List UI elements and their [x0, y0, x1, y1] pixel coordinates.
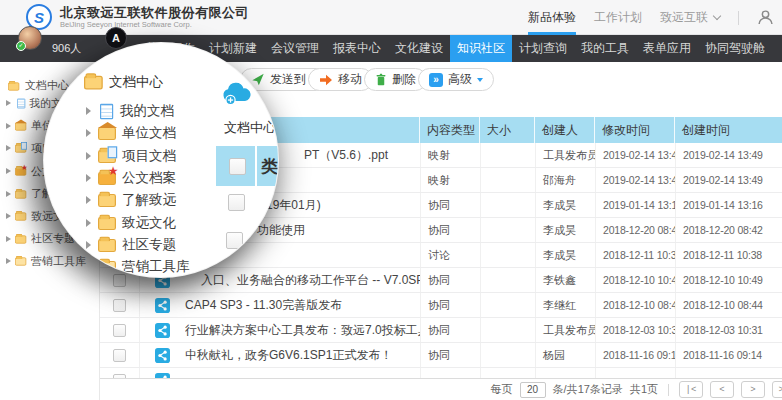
row-checkbox[interactable] [113, 299, 126, 312]
select-all-checkbox-magnified [229, 158, 246, 175]
created-time-cell: 2018-12-10 10:49 [675, 268, 782, 292]
table-row[interactable]: 行业解决方案中心工具发布：致远7.0投标工具 协同 工具发布员... 2018-… [100, 318, 782, 343]
advanced-button[interactable]: » 高级 [418, 68, 494, 91]
document-name[interactable]: CAP4 SP3 - 11.30完善版发布 [185, 298, 342, 312]
expand-arrow-icon[interactable] [6, 123, 11, 129]
creator-cell: 李成昊 [535, 218, 595, 242]
expand-arrow-icon[interactable] [6, 191, 11, 197]
expand-arrow-icon[interactable] [6, 145, 11, 151]
expand-arrow-icon[interactable] [6, 236, 11, 242]
nav-item[interactable]: 会议管理 [264, 35, 326, 62]
toplink-work-plan[interactable]: 工作计划 [594, 0, 642, 35]
tree-item-icon [98, 127, 116, 140]
first-page-button[interactable]: |< [679, 381, 703, 398]
document-name[interactable]: 功能使用 [257, 223, 305, 237]
user-count: 906人 [52, 35, 81, 62]
column-header-creator: 创建人 [535, 117, 595, 143]
created-time-cell: 2018-12-10 08:44 [675, 293, 782, 317]
avatar[interactable]: ✓ [18, 26, 42, 50]
document-name[interactable]: 中秋献礼，政务G6V6.1SP1正式发布！ [185, 348, 392, 362]
content-type-cell: 讨论 [420, 243, 480, 267]
created-time-cell: 2018-12-11 10:38 [675, 243, 782, 267]
expand-arrow-icon [86, 196, 91, 204]
tree-root-document-center[interactable]: 文档中心 [8, 78, 69, 93]
table-row[interactable]: 入口、业务融合的移动工作平台 -- V7.0SP3正式发布 协同 李铁鑫 201… [100, 268, 782, 293]
modified-time-cell: 2018-12-10 08:44 [595, 293, 675, 317]
move-label: 移动 [338, 71, 362, 88]
row-icon-cell [140, 343, 185, 367]
table-row[interactable]: 中秋献礼，政务G6V6.1SP1正式发布！ 协同 杨园 2018-11-16 0… [100, 343, 782, 368]
toplink-seeyon[interactable]: 致远互联 [660, 0, 720, 35]
modified-time-cell: 2019-02-14 13:49 [595, 143, 675, 167]
creator-cell: 杨园 [535, 343, 595, 367]
nav-item[interactable]: 报表中心 [326, 35, 388, 62]
pagination-bar: 每页 条/共17条记录 共1页 |< < > >| [100, 378, 782, 400]
size-cell [480, 343, 535, 367]
document-name-cell: CAP4 SP3 - 11.30完善版发布 [185, 297, 420, 314]
modified-time-cell [595, 368, 675, 378]
nav-item[interactable]: 知识社区 [450, 35, 512, 62]
row-icon-cell [140, 318, 185, 342]
nav-item[interactable]: 表单应用 [636, 35, 698, 62]
created-time-cell: 2019-01-14 13:16 [675, 193, 782, 217]
content-type-cell: 协同 [420, 318, 480, 342]
expand-arrow-icon[interactable] [6, 100, 11, 106]
expand-arrow-icon[interactable] [6, 168, 11, 174]
toplink-new-experience[interactable]: 新品体验 [528, 0, 576, 35]
content-type-cell [420, 368, 480, 378]
expand-arrow-icon[interactable] [6, 213, 11, 219]
creator-cell: 李成昊 [535, 193, 595, 217]
tree-item-icon [98, 172, 116, 185]
tree-item[interactable]: 营销工具库 [6, 250, 86, 273]
nav-item[interactable]: 文化建设 [388, 35, 450, 62]
tree-item-icon [98, 217, 116, 230]
company-name-en: BeiJing Seeyon Internet Software Corp. [60, 20, 249, 29]
tree-item-icon [15, 190, 26, 198]
table-row[interactable] [100, 368, 782, 378]
row-checkbox[interactable] [113, 349, 126, 362]
content-type-cell: 映射 [420, 168, 480, 192]
modified-time-cell: 2019-02-14 13:49 [595, 168, 675, 192]
pages-count-label: 共1页 [630, 382, 658, 397]
tree-item-label: 营销工具库 [31, 254, 86, 269]
nav-item[interactable]: 我的工具 [574, 35, 636, 62]
row-icon-cell [140, 368, 185, 378]
last-page-button[interactable]: >| [772, 381, 782, 398]
prev-page-button[interactable]: < [710, 381, 734, 398]
expand-arrow-icon [86, 174, 91, 182]
created-time-cell: 2018-12-20 08:42 [675, 218, 782, 242]
row-checkbox-cell [100, 343, 140, 367]
table-row[interactable]: CAP4 SP3 - 11.30完善版发布 协同 李继红 2018-12-10 … [100, 293, 782, 318]
tree-item-icon [100, 103, 113, 119]
expand-arrow-icon[interactable] [6, 258, 11, 264]
tree-item-icon [15, 235, 26, 243]
nav-items: 协同工作 计划新建 会议管理 报表中心 文化建设 知识社区 计划查询 我的工具 … [140, 35, 772, 62]
page-size-input[interactable] [520, 382, 546, 398]
document-name[interactable]: 19年01月) [266, 198, 321, 212]
tree-item-icon [15, 258, 26, 266]
nav-item[interactable]: 协同驾驶舱 [698, 35, 772, 62]
document-name[interactable]: 行业解决方案中心工具发布：致远7.0投标工具 [185, 323, 420, 337]
created-time-cell: 2019-02-14 13:49 [675, 168, 782, 192]
column-header-created: 创建时间 [675, 117, 782, 143]
document-name[interactable]: 入口、业务融合的移动工作平台 -- V7.0SP3正式发布 [201, 273, 420, 287]
tree-item-icon [17, 98, 25, 108]
creator-cell [535, 368, 595, 378]
document-name[interactable]: PT（V5.6）.ppt [304, 148, 388, 162]
row-checkbox[interactable] [113, 274, 126, 287]
created-time-cell: 2018-12-03 10:31 [675, 318, 782, 342]
content-type-cell: 映射 [420, 143, 480, 167]
user-profile-icon[interactable] [757, 9, 774, 26]
content-type-cell: 协同 [420, 218, 480, 242]
magnified-tree-item-label: 社区专题 [122, 236, 176, 254]
move-arrow-icon [319, 74, 333, 86]
tree-item-icon [15, 122, 26, 130]
app-window: S 北京致远互联软件股份有限公司 BeiJing Seeyon Internet… [0, 0, 782, 400]
next-page-button[interactable]: > [741, 381, 765, 398]
row-checkbox[interactable] [113, 324, 126, 337]
tree-item-icon [98, 194, 116, 207]
a8-logo-icon[interactable]: A [105, 27, 127, 49]
tree-item-icon [15, 167, 26, 175]
brand: S 北京致远互联软件股份有限公司 BeiJing Seeyon Internet… [26, 4, 249, 30]
nav-item[interactable]: 计划查询 [512, 35, 574, 62]
